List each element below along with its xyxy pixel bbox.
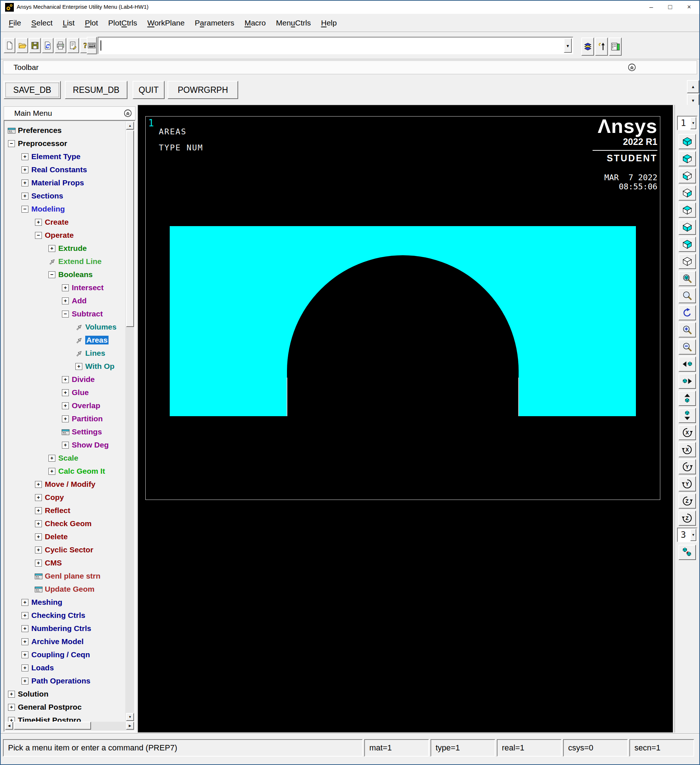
expand-icon[interactable]: + bbox=[35, 494, 42, 501]
dynamic-mode-button[interactable] bbox=[678, 545, 696, 560]
rotate-z-pos-button[interactable]: Z bbox=[678, 510, 696, 526]
expand-icon[interactable]: + bbox=[62, 298, 69, 304]
print-button[interactable] bbox=[55, 38, 66, 53]
expand-icon[interactable]: + bbox=[22, 599, 28, 606]
powrgrph-button[interactable]: POWRGRPH bbox=[167, 81, 238, 99]
tree-item-delete[interactable]: +Delete bbox=[5, 532, 135, 543]
quit-button[interactable]: QUIT bbox=[132, 81, 165, 99]
collapse-icon[interactable]: − bbox=[8, 140, 15, 147]
tree-item-coupling-ceqn[interactable]: +Coupling / Ceqn bbox=[5, 650, 135, 661]
collapse-icon[interactable]: − bbox=[62, 310, 69, 318]
tree-item-subtract[interactable]: −Subtract bbox=[5, 309, 135, 320]
tree-item-booleans[interactable]: −Booleans bbox=[5, 269, 135, 281]
expand-icon[interactable]: + bbox=[62, 416, 69, 422]
zoom-box-button[interactable] bbox=[678, 288, 696, 303]
expand-icon[interactable]: + bbox=[22, 153, 28, 160]
expand-icon[interactable]: + bbox=[22, 167, 28, 173]
tree-item-glue[interactable]: +Glue bbox=[5, 387, 135, 399]
tree-item-scale[interactable]: +Scale bbox=[5, 453, 135, 464]
tree-item-loads[interactable]: +Loads bbox=[5, 663, 135, 674]
tree-item-meshing[interactable]: +Meshing bbox=[5, 597, 135, 609]
front-view-button[interactable] bbox=[678, 168, 696, 184]
expand-icon[interactable]: + bbox=[22, 193, 28, 200]
command-entry-button[interactable] bbox=[87, 37, 97, 54]
collapse-icon[interactable]: − bbox=[49, 271, 55, 278]
menu-parameters[interactable]: Parameters bbox=[190, 19, 240, 27]
left-view-button[interactable] bbox=[678, 237, 696, 252]
expand-icon[interactable]: + bbox=[22, 638, 28, 645]
tree-item-operate[interactable]: −Operate bbox=[5, 230, 135, 242]
tree-item-numbering-ctrls[interactable]: +Numbering Ctrls bbox=[5, 623, 135, 635]
pan-up-button[interactable] bbox=[678, 391, 696, 406]
graphics-window[interactable]: 1 AREAS TYPE NUM Λnsys 2022 R1 STUDENT M… bbox=[138, 105, 673, 733]
tree-item-update-geom[interactable]: Update Geom bbox=[5, 584, 135, 596]
menu-plot[interactable]: Plot bbox=[80, 19, 103, 27]
tree-item-add[interactable]: +Add bbox=[5, 296, 135, 307]
maximize-button[interactable]: □ bbox=[661, 1, 680, 14]
dropdown-arrow-icon[interactable]: ▼ bbox=[690, 117, 696, 129]
menu-macro[interactable]: Macro bbox=[239, 19, 271, 27]
pan-left-button[interactable] bbox=[678, 356, 696, 372]
tree-item-real-constants[interactable]: +Real Constants bbox=[5, 165, 135, 176]
expand-icon[interactable]: + bbox=[22, 625, 28, 632]
resume-file-button[interactable] bbox=[42, 38, 54, 53]
new-file-button[interactable] bbox=[4, 38, 15, 53]
isometric-view-button[interactable] bbox=[678, 134, 696, 149]
contact-manager-button[interactable] bbox=[609, 38, 622, 56]
expand-icon[interactable]: + bbox=[35, 546, 42, 554]
angle-select-dropdown[interactable]: 3 ▼ bbox=[677, 527, 697, 542]
rotate-x-neg-button[interactable]: X bbox=[678, 425, 696, 440]
scroll-down-icon[interactable]: ▼ bbox=[126, 713, 134, 721]
expand-icon[interactable]: + bbox=[49, 468, 55, 475]
tree-item-material-props[interactable]: +Material Props bbox=[5, 178, 135, 189]
expand-icon[interactable]: + bbox=[35, 507, 42, 514]
rotate-view-button[interactable] bbox=[678, 305, 696, 320]
command-history-dropdown-icon[interactable]: ▼ bbox=[564, 38, 572, 53]
menu-file[interactable]: File bbox=[4, 19, 26, 27]
menu-select[interactable]: Select bbox=[26, 19, 58, 27]
tree-item-show-deg[interactable]: +Show Deg bbox=[5, 440, 135, 452]
tree-item-preferences[interactable]: Preferences bbox=[5, 125, 135, 137]
pan-down-button[interactable] bbox=[678, 408, 696, 423]
window-select-dropdown[interactable]: 1 ▼ bbox=[677, 116, 697, 131]
tree-item-move-modify[interactable]: +Move / Modify bbox=[5, 479, 135, 491]
tree-item-copy[interactable]: +Copy bbox=[5, 492, 135, 504]
bottom-view-button[interactable] bbox=[678, 254, 696, 269]
resum-db-button[interactable]: RESUM_DB bbox=[65, 81, 128, 99]
collapse-toolbar-icon[interactable] bbox=[627, 63, 636, 72]
tree-item-modeling[interactable]: −Modeling bbox=[5, 204, 135, 216]
rotate-y-neg-button[interactable]: Y bbox=[678, 459, 696, 474]
expand-icon[interactable]: + bbox=[22, 612, 28, 619]
minimize-button[interactable]: – bbox=[642, 1, 661, 14]
expand-icon[interactable]: + bbox=[62, 402, 69, 409]
command-input[interactable] bbox=[100, 38, 563, 53]
tree-item-element-type[interactable]: +Element Type bbox=[5, 151, 135, 163]
rotate-z-neg-button[interactable]: Z bbox=[678, 493, 696, 508]
tree-item-cyclic-sector[interactable]: +Cyclic Sector bbox=[5, 545, 135, 556]
tree-item-extrude[interactable]: +Extrude bbox=[5, 243, 135, 255]
tree-item-calc-geom-it[interactable]: +Calc Geom It bbox=[5, 466, 135, 478]
collapse-icon[interactable]: − bbox=[22, 206, 28, 212]
expand-icon[interactable]: + bbox=[22, 678, 28, 685]
scroll-left-icon[interactable]: ◀ bbox=[5, 722, 13, 730]
expand-icon[interactable]: + bbox=[35, 481, 42, 488]
reset-picking-button[interactable] bbox=[595, 38, 608, 56]
tree-item-cms[interactable]: +CMS bbox=[5, 558, 135, 570]
tree-item-with-op[interactable]: +With Op bbox=[5, 361, 135, 373]
expand-icon[interactable]: + bbox=[62, 442, 69, 449]
save-db-button[interactable]: SAVE_DB bbox=[4, 81, 61, 99]
tree-item-solution[interactable]: +Solution bbox=[5, 689, 135, 700]
right-view-button[interactable] bbox=[678, 185, 696, 201]
expand-icon[interactable]: + bbox=[49, 245, 55, 252]
menu-help[interactable]: Help bbox=[316, 19, 342, 27]
expand-icon[interactable]: + bbox=[62, 284, 69, 291]
expand-icon[interactable]: + bbox=[35, 534, 42, 540]
expand-icon[interactable]: + bbox=[35, 219, 42, 226]
collapse-main-menu-icon[interactable] bbox=[123, 109, 132, 118]
expand-icon[interactable]: + bbox=[35, 560, 42, 567]
menu-plotctrls[interactable]: PlotCtrls bbox=[103, 19, 142, 27]
tree-vertical-scrollbar[interactable]: ▲ ▼ bbox=[125, 121, 134, 721]
zoom-out-button[interactable] bbox=[678, 339, 696, 355]
expand-icon[interactable]: + bbox=[62, 389, 69, 396]
expand-icon[interactable]: + bbox=[8, 691, 15, 697]
